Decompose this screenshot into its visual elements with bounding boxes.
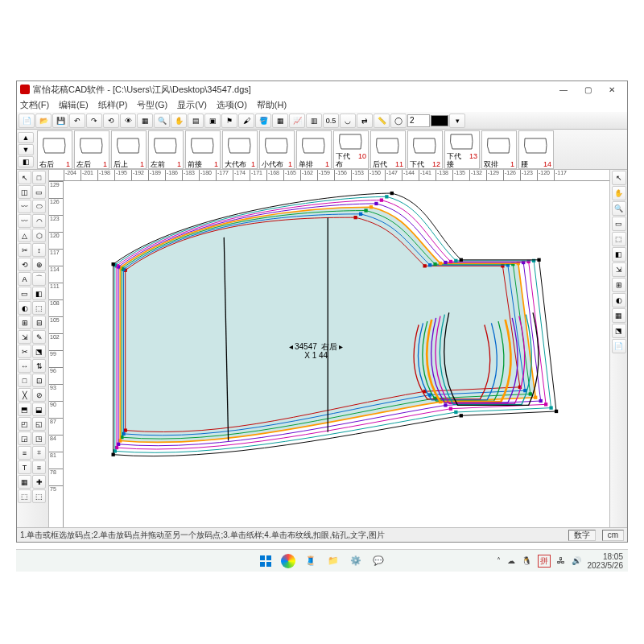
tray-network-icon[interactable]: 🖧 bbox=[557, 556, 565, 565]
explorer-icon[interactable]: 📁 bbox=[326, 554, 341, 568]
right-tool-i[interactable]: 📄 bbox=[612, 339, 626, 353]
view-icon[interactable]: 👁 bbox=[120, 114, 136, 128]
browser-icon[interactable] bbox=[281, 554, 295, 568]
menu-item[interactable]: 纸样(P) bbox=[98, 99, 128, 111]
piece-thumbnail[interactable]: 单排1 bbox=[296, 130, 332, 169]
tool-button[interactable]: ⊟ bbox=[32, 316, 46, 329]
save-icon[interactable]: 💾 bbox=[52, 114, 68, 128]
piece-thumbnail[interactable]: 右后1 bbox=[37, 130, 72, 169]
piece-thumbnail[interactable]: 大代布1 bbox=[222, 130, 258, 169]
right-tool-ptr[interactable]: ↖ bbox=[612, 171, 626, 185]
tool-button[interactable]: ⬔ bbox=[32, 345, 46, 358]
menu-item[interactable]: 显示(V) bbox=[177, 99, 207, 111]
tool-button[interactable]: ◲ bbox=[18, 431, 31, 445]
tool-button[interactable]: ◳ bbox=[32, 431, 46, 445]
maximize-button[interactable]: ▢ bbox=[576, 82, 600, 97]
piece-thumbnail[interactable]: 下代12 bbox=[407, 130, 443, 169]
settings-icon[interactable]: ⚙️ bbox=[349, 554, 363, 568]
piece-thumbnail[interactable]: 小代布1 bbox=[259, 130, 295, 169]
menu-item[interactable]: 帮助(H) bbox=[257, 99, 287, 111]
piece-thumbnail[interactable]: 前接1 bbox=[185, 130, 221, 169]
tool-button[interactable]: ↖ bbox=[18, 171, 31, 184]
right-tool-f[interactable]: ◐ bbox=[612, 293, 626, 308]
tool-button[interactable]: ✂ bbox=[18, 243, 31, 257]
right-tool-c[interactable]: ◧ bbox=[612, 247, 626, 262]
tool-button[interactable]: ⬡ bbox=[32, 229, 46, 242]
tool-button[interactable]: ≡ bbox=[32, 460, 46, 474]
tool-button[interactable]: ≡ bbox=[18, 446, 31, 460]
tool-button[interactable]: ◐ bbox=[18, 301, 31, 315]
piece-thumbnail[interactable]: 左前1 bbox=[148, 130, 184, 169]
panel-icon[interactable]: ▣ bbox=[204, 114, 221, 128]
refresh-icon[interactable]: ⟲ bbox=[103, 114, 119, 128]
menu-item[interactable]: 文档(F) bbox=[20, 99, 49, 111]
tool-button[interactable]: ✚ bbox=[32, 475, 46, 489]
right-tool-mag[interactable]: 🔍 bbox=[612, 201, 626, 216]
tool-button[interactable]: A bbox=[18, 272, 31, 286]
tool-button[interactable]: ⊘ bbox=[32, 388, 46, 402]
tool-button[interactable]: ✎ bbox=[32, 330, 46, 344]
pan-icon[interactable]: ✋ bbox=[171, 114, 187, 128]
drawing-canvas[interactable]: 34547 右后 X 1 44 bbox=[64, 181, 609, 527]
tool-button[interactable]: 〰 bbox=[18, 214, 31, 228]
flag-icon[interactable]: ⚑ bbox=[221, 114, 237, 128]
grid-icon[interactable]: ▦ bbox=[137, 114, 153, 128]
flip-icon[interactable]: ⇄ bbox=[357, 114, 373, 128]
tray-volume-icon[interactable]: 🔊 bbox=[572, 556, 581, 565]
tool-button[interactable]: ⌒ bbox=[32, 272, 46, 286]
right-tool-d[interactable]: ⇲ bbox=[612, 262, 626, 277]
chat-icon[interactable]: 💬 bbox=[371, 554, 386, 568]
tool-button[interactable]: ⬭ bbox=[32, 200, 46, 213]
tool-button[interactable]: ⬓ bbox=[32, 402, 46, 416]
measure-icon[interactable]: 📏 bbox=[374, 114, 390, 128]
tool-button[interactable]: ⊞ bbox=[18, 316, 31, 329]
tool-button[interactable]: ◧ bbox=[32, 287, 46, 300]
right-tool-e[interactable]: ⊞ bbox=[612, 278, 626, 292]
right-tool-a[interactable]: ▭ bbox=[612, 217, 626, 231]
minimize-button[interactable]: — bbox=[551, 82, 576, 97]
tool-button[interactable]: ⊕ bbox=[32, 258, 46, 271]
sleeve-icon[interactable]: ◡ bbox=[340, 114, 356, 128]
redo-icon[interactable]: ↷ bbox=[86, 114, 102, 128]
tool-button[interactable]: ▭ bbox=[18, 287, 31, 300]
panel-toggle-icon[interactable]: ◧ bbox=[18, 156, 34, 167]
piece-thumbnail[interactable]: 下代布10 bbox=[333, 130, 369, 169]
undo-icon[interactable]: ↶ bbox=[69, 114, 85, 128]
right-tool-hand[interactable]: ✋ bbox=[612, 186, 626, 200]
piece-thumbnail[interactable]: 后上1 bbox=[111, 130, 147, 169]
brush-icon[interactable]: 🖌 bbox=[238, 114, 254, 128]
right-tool-h[interactable]: ⬔ bbox=[612, 324, 626, 338]
tool-button[interactable]: ⬒ bbox=[18, 402, 31, 416]
tool-button[interactable]: □ bbox=[18, 374, 31, 387]
tool-button[interactable]: ◰ bbox=[18, 417, 31, 431]
zoom-icon[interactable]: 🔍 bbox=[154, 114, 170, 128]
tool-button[interactable]: ╳ bbox=[18, 388, 31, 402]
menu-item[interactable]: 选项(O) bbox=[217, 99, 247, 111]
tool-button[interactable]: □ bbox=[32, 171, 46, 184]
tool-button[interactable]: ⟲ bbox=[18, 258, 31, 271]
tool-button[interactable]: ⌗ bbox=[32, 446, 46, 460]
arrow-down-icon[interactable]: ▼ bbox=[18, 144, 34, 155]
menu-item[interactable]: 编辑(E) bbox=[59, 99, 89, 111]
color-picker[interactable] bbox=[431, 115, 448, 126]
seam-icon[interactable]: 0.5 bbox=[323, 114, 339, 128]
tool-button[interactable]: ↔ bbox=[18, 359, 31, 373]
tool-button[interactable]: ⊡ bbox=[32, 374, 46, 387]
tool-button[interactable]: 〰 bbox=[18, 200, 31, 213]
start-icon[interactable] bbox=[258, 554, 273, 568]
new-icon[interactable]: 📄 bbox=[19, 114, 35, 128]
tray-cloud-icon[interactable]: ☁ bbox=[507, 556, 515, 565]
tray-chevron-icon[interactable]: ˄ bbox=[497, 556, 501, 565]
tool-button[interactable]: ⇲ bbox=[18, 330, 31, 344]
tool-button[interactable]: △ bbox=[18, 229, 31, 242]
piece-thumbnail[interactable]: 后代11 bbox=[370, 130, 406, 169]
right-tool-b[interactable]: ⬚ bbox=[612, 232, 626, 246]
right-tool-g[interactable]: ▦ bbox=[612, 308, 626, 323]
tool-button[interactable]: ⬚ bbox=[32, 301, 46, 315]
table-icon[interactable]: ▥ bbox=[306, 114, 322, 128]
fill-icon[interactable]: 🪣 bbox=[255, 114, 271, 128]
tray-qq-icon[interactable]: 🐧 bbox=[522, 556, 531, 565]
tool-button[interactable]: ⬚ bbox=[18, 489, 31, 503]
menu-item[interactable]: 号型(G) bbox=[137, 99, 167, 111]
tool-button[interactable]: ▭ bbox=[32, 185, 46, 199]
